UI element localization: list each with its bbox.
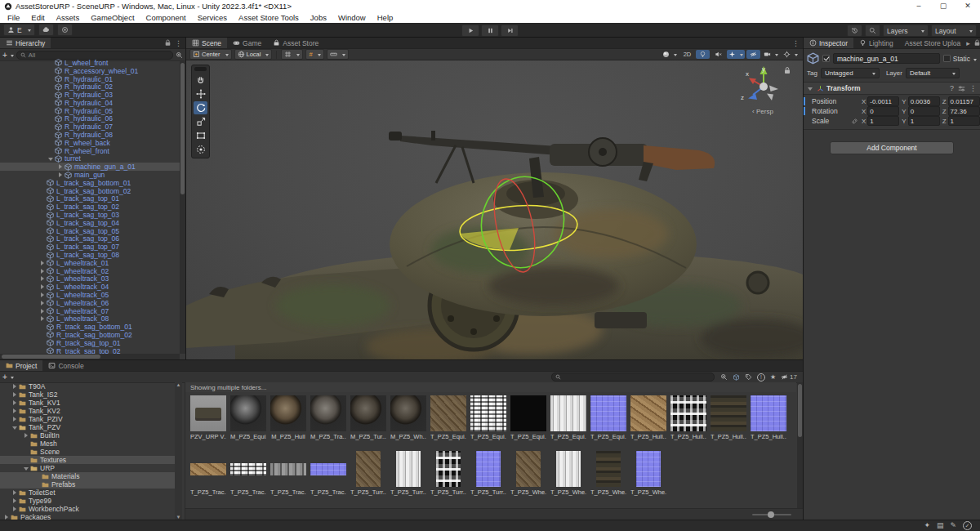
save-search-icon[interactable]: ★ [770,373,776,381]
hierarchy-item-l-track-sag-bottom-01[interactable]: L_track_sag_bottom_01 [0,179,180,187]
bottom-tab-project[interactable]: Project [0,360,42,371]
project-tree-scrollbar[interactable]: ▲ ▼ [175,382,182,520]
asset-item[interactable]: T_PZ5_Whe... [630,451,666,496]
hierarchy-item-r-track-sag-top-02[interactable]: R_track_sag_top_02 [0,347,180,354]
project-folder-tank-pzv[interactable]: Tank_PZV [0,423,175,431]
menu-edit[interactable]: Edit [25,13,50,22]
hierarchy-item-r-hydraulic-05[interactable]: R_hydraulic_05 [0,107,180,115]
project-folder-materials[interactable]: Materials [0,472,175,480]
move-tool-button[interactable] [194,87,207,100]
expand-arrow-icon[interactable] [11,489,19,497]
hierarchy-item-l-track-sag-top-05[interactable]: L_track_sag_top_05 [0,227,180,235]
snap-increment-button[interactable] [327,49,349,60]
rotate-tool-button[interactable] [194,101,207,114]
expand-arrow-icon[interactable] [39,283,47,291]
scene-visibility-toggle[interactable] [746,50,760,59]
gizmos-toggle[interactable] [782,50,800,59]
overflow-menu-icon[interactable]: ⋮ [792,39,800,47]
menu-services[interactable]: Services [192,13,233,22]
asset-item[interactable]: T_PZ5_Turr... [390,451,426,496]
asset-item[interactable]: T_PZ5_Equi... [510,395,546,440]
hierarchy-search-input[interactable]: All [16,51,173,60]
position-z-field[interactable]: 0.01157 [948,96,980,106]
asset-item[interactable]: T_PZ5_Hull... [751,395,786,440]
cloud-services-button[interactable] [38,24,54,36]
asset-item[interactable]: T_PZ5_Trac... [230,451,266,496]
2d-toggle[interactable]: 2D [680,50,694,59]
scale-link-icon[interactable] [849,118,859,125]
lock-icon[interactable] [164,39,172,47]
rect-tool-button[interactable] [194,129,207,142]
project-search-input[interactable] [551,373,715,382]
asset-item[interactable]: T_PZ5_Trac... [310,451,346,496]
content-scrollbar[interactable] [797,382,803,508]
presets-icon[interactable] [958,85,965,92]
project-folder-packages[interactable]: Packages [0,513,175,520]
expand-arrow-icon[interactable] [23,465,30,472]
gizmo-center-cube[interactable] [760,83,768,91]
hierarchy-horizontal-scrollbar[interactable] [0,354,180,359]
hierarchy-item-l-track-sag-bottom-02[interactable]: L_track_sag_bottom_02 [0,187,180,195]
expand-arrow-icon[interactable] [57,172,65,179]
menu-assets[interactable]: Assets [51,13,86,22]
hand-tool-button[interactable] [194,74,207,87]
position-x-field[interactable]: -0.0011 [867,96,899,106]
asset-item[interactable]: T_PZ5_Hull... [670,395,706,440]
expand-arrow-icon[interactable] [39,259,47,266]
expand-arrow-icon[interactable] [11,506,19,513]
inspector-tab-lighting[interactable]: Lighting [853,38,899,48]
tank-model-render[interactable] [186,60,803,359]
project-folder-workbenchpack[interactable]: WorkbenchPack [0,505,175,513]
hierarchy-item-r-wheel-front[interactable]: R_wheel_front [0,147,180,155]
hierarchy-item-l-wheeltrack-06[interactable]: L_wheeltrack_06 [0,299,180,307]
hierarchy-item-turret[interactable]: turret [0,155,180,163]
menu-file[interactable]: File [2,13,25,22]
project-folder-mesh[interactable]: Mesh [0,440,175,448]
view-tab-scene[interactable]: Scene [186,38,227,48]
menu-window[interactable]: Window [332,13,372,22]
asset-item[interactable]: T_PZ5_Equi... [430,395,466,440]
tool-pivot-dropdown[interactable]: Center [189,49,232,60]
project-folder-type99[interactable]: Type99 [0,497,175,505]
rotation-z-field[interactable]: 72.36 [948,106,980,116]
expand-arrow-icon[interactable] [11,391,19,399]
project-folder-tank-is2[interactable]: Tank_IS2 [0,390,175,399]
expand-arrow-icon[interactable] [11,416,19,423]
hierarchy-item-l-wheeltrack-05[interactable]: L_wheeltrack_05 [0,291,180,299]
hierarchy-item-l-track-sag-top-08[interactable]: L_track_sag_top_08 [0,251,180,259]
search-by-type-icon[interactable] [733,373,740,381]
position-y-field[interactable]: 0.0036 [908,96,940,106]
expand-arrow-icon[interactable] [39,275,47,283]
hidden-packages-toggle[interactable]: 17 [781,373,797,381]
asset-item[interactable]: T_PZ5_Whe... [550,451,586,496]
scroll-up-icon[interactable]: ▲ [176,382,181,387]
status-activity-icon[interactable]: ✦ [924,521,930,530]
tool-space-dropdown[interactable]: Local [234,49,273,60]
expand-arrow-icon[interactable] [47,155,55,163]
menu-help[interactable]: Help [372,13,399,22]
view-tab-game[interactable]: Game [227,38,267,48]
palette-drag-handle[interactable] [194,67,207,71]
scene-lighting-toggle[interactable] [696,50,710,59]
expand-arrow-icon[interactable] [23,432,30,440]
trans-tool-button[interactable] [194,143,207,156]
asset-item[interactable]: T_PZ5_Whe... [510,451,546,496]
expand-arrow-icon[interactable] [39,267,47,274]
hierarchy-item-r-hydraulic-01[interactable]: R_hydraulic_01 [0,75,180,83]
grid-visibility-button[interactable] [281,49,303,60]
asset-item[interactable]: T_PZ5_Whe... [590,451,626,496]
search-button[interactable] [865,25,880,37]
hierarchy-item-r-hydraulic-04[interactable]: R_hydraulic_04 [0,99,180,107]
hierarchy-item-l-track-sag-top-02[interactable]: L_track_sag_top_02 [0,203,180,211]
foldout-arrow-icon[interactable] [807,85,814,92]
negative-axis-cone[interactable] [769,86,778,92]
expand-arrow-icon[interactable] [57,163,65,171]
project-folder-t90a[interactable]: T90A [0,382,175,390]
expand-arrow-icon[interactable] [11,424,19,431]
create-object-button[interactable]: + [2,51,14,60]
project-folder-urp[interactable]: URP [0,464,175,472]
rotation-x-field[interactable]: 0 [867,106,899,116]
play-button[interactable] [461,25,479,37]
status-package-icon[interactable]: ▤ [937,521,944,530]
effects-toggle[interactable] [727,50,745,59]
